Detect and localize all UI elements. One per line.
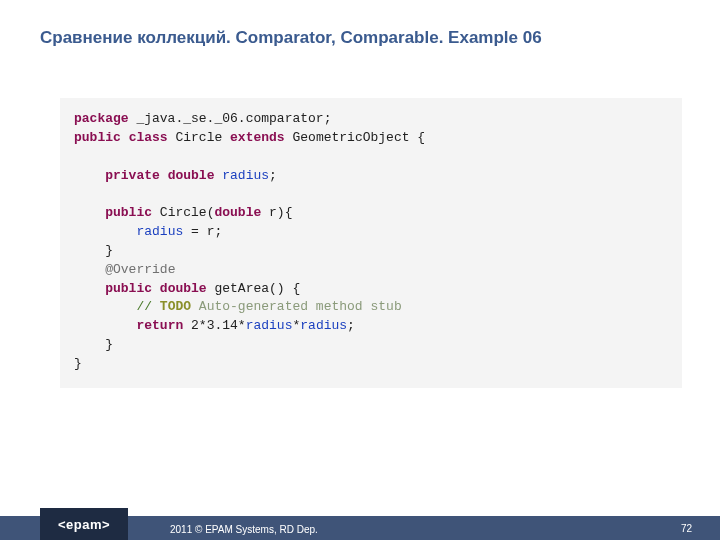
kw-public: public xyxy=(74,130,121,145)
kw-double: double xyxy=(214,205,261,220)
comment-text: Auto-generated method stub xyxy=(191,299,402,314)
field-radius: radius xyxy=(136,224,183,239)
code-text: Circle( xyxy=(152,205,214,220)
code-text: 2*3.14* xyxy=(183,318,245,333)
kw-return: return xyxy=(136,318,183,333)
field-radius: radius xyxy=(222,168,269,183)
code-text: Circle xyxy=(168,130,230,145)
field-radius: radius xyxy=(246,318,293,333)
comment-prefix: // xyxy=(136,299,159,314)
kw-double: double xyxy=(160,281,207,296)
kw-extends: extends xyxy=(230,130,285,145)
annotation-override: @Override xyxy=(105,262,175,277)
kw-package: package xyxy=(74,111,129,126)
code-text: } xyxy=(74,356,82,371)
slide-title: Сравнение коллекций. Comparator, Compara… xyxy=(40,28,542,48)
code-text: r){ xyxy=(261,205,292,220)
footer-year: 2011 xyxy=(170,524,195,535)
code-text: = r; xyxy=(183,224,222,239)
kw-public: public xyxy=(105,281,152,296)
field-radius: radius xyxy=(300,318,347,333)
comment-todo: TODO xyxy=(160,299,191,314)
code-text: ; xyxy=(347,318,355,333)
kw-public: public xyxy=(105,205,152,220)
code-text: ; xyxy=(269,168,277,183)
kw-private: private xyxy=(105,168,160,183)
code-text: GeometricObject { xyxy=(285,130,425,145)
footer-org: EPAM Systems, RD Dep. xyxy=(202,524,317,535)
code-text: _java._se._06.comparator; xyxy=(129,111,332,126)
kw-class: class xyxy=(129,130,168,145)
code-text: } xyxy=(105,337,113,352)
code-block: package _java._se._06.comparator; public… xyxy=(60,98,682,388)
footer-copyright: 2011 © EPAM Systems, RD Dep. xyxy=(170,524,318,535)
epam-logo: <epam> xyxy=(40,508,128,540)
code-text: } xyxy=(105,243,113,258)
kw-double: double xyxy=(168,168,215,183)
page-number: 72 xyxy=(681,523,692,534)
code-text: getArea() { xyxy=(207,281,301,296)
